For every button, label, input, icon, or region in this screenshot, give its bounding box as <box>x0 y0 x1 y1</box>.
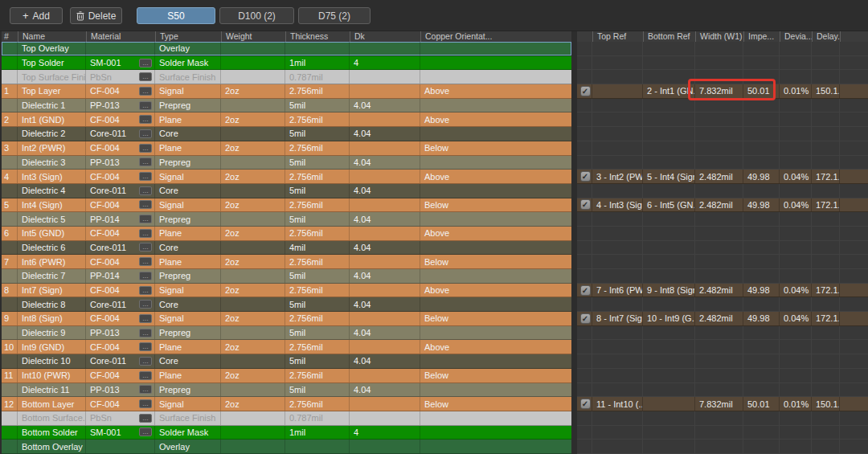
layer-name-cell: Top Overlay <box>18 42 86 55</box>
impedance-spacer-cell <box>840 141 868 155</box>
column-header-delay[interactable]: Delay... <box>812 31 840 42</box>
impedance-spacer-cell <box>840 284 868 297</box>
impedance-data-row[interactable]: ✓7 - Int6 (PWR)9 - Int8 (Sign)2.482mil49… <box>577 284 868 298</box>
table-row[interactable]: 6Int5 (GND)CF-004…Plane2oz2.756milAbove <box>2 227 571 241</box>
material-ellipsis-button[interactable]: … <box>139 144 152 153</box>
impedance-profile-tab-d75[interactable]: D75 (2) <box>298 7 371 24</box>
layer-number-cell <box>2 184 18 198</box>
material-ellipsis-button[interactable]: … <box>139 72 152 81</box>
material-ellipsis-button[interactable]: … <box>139 101 152 110</box>
tab-label: D100 (2) <box>238 10 276 22</box>
checkbox-checked-icon[interactable]: ✓ <box>580 171 591 182</box>
table-row[interactable]: Bottom SolderSM-001…Solder Mask1mil4 <box>2 426 571 440</box>
table-row[interactable]: Dielectric 11PP-013…Prepreg5mil4.04 <box>2 383 571 398</box>
impedance-spacer-cell <box>840 383 868 397</box>
material-ellipsis-button[interactable]: … <box>139 357 152 366</box>
impedance-profile-tab-d100[interactable]: D100 (2) <box>219 7 294 24</box>
column-header-name[interactable]: Name <box>18 31 86 42</box>
table-row[interactable]: 9Int8 (Sign)CF-004…Signal2oz2.756milBelo… <box>2 312 571 326</box>
impedance-data-row[interactable]: ✓8 - Int7 (Sign)10 - Int9 (G...2.482mil4… <box>577 312 868 326</box>
material-ellipsis-button[interactable]: … <box>139 300 152 309</box>
impedance-profile-tab-s50[interactable]: S50 <box>137 7 215 24</box>
table-row[interactable]: 3Int2 (PWR)CF-004…Plane2oz2.756milBelow <box>2 141 571 156</box>
material-ellipsis-button[interactable]: … <box>139 371 152 380</box>
table-row[interactable]: 8Int7 (Sign)CF-004…Signal2oz2.756milAbov… <box>2 284 571 298</box>
table-row[interactable]: Dielectric 7PP-014…Prepreg5mil4.04 <box>2 269 571 284</box>
material-ellipsis-button[interactable]: … <box>139 229 152 238</box>
table-row[interactable]: Dielectric 10Core-011…Core5mil4.04 <box>2 354 571 369</box>
column-header-deviation[interactable]: Devia... <box>780 31 812 42</box>
table-row[interactable]: 11Int10 (PWR)CF-004…Plane2oz2.756milBelo… <box>2 369 571 383</box>
impedance-data-row[interactable]: ✓4 - Int3 (Sign)6 - Int5 (GN...2.482mil4… <box>577 198 868 213</box>
add-button[interactable]: + Add <box>10 7 63 24</box>
checkbox-checked-icon[interactable]: ✓ <box>580 399 591 409</box>
material-ellipsis-button[interactable]: … <box>139 385 152 394</box>
table-row[interactable]: Top OverlayOverlay <box>2 42 571 56</box>
table-row[interactable]: Dielectric 2Core-011…Core5mil4.04 <box>2 127 571 141</box>
column-header-weight[interactable]: Weight <box>221 31 285 42</box>
material-ellipsis-button[interactable]: … <box>139 157 152 166</box>
column-header-material[interactable]: Material <box>86 31 155 42</box>
impedance-value-cell <box>743 99 780 112</box>
column-header-impedance[interactable]: Impe... <box>743 31 780 42</box>
material-ellipsis-button[interactable]: … <box>139 286 152 295</box>
material-ellipsis-button[interactable]: … <box>139 200 152 209</box>
material-ellipsis-button[interactable]: … <box>139 257 152 266</box>
table-row[interactable]: Dielectric 3PP-013…Prepreg5mil4.04 <box>2 156 571 170</box>
material-ellipsis-button[interactable]: … <box>139 342 152 351</box>
layer-name-cell: Bottom Surface... <box>18 411 86 425</box>
table-row[interactable]: 4Int3 (Sign)CF-004…Signal2oz2.756milAbov… <box>2 170 571 184</box>
material-ellipsis-button[interactable]: … <box>139 427 152 436</box>
material-ellipsis-button[interactable]: … <box>139 59 152 67</box>
table-row[interactable]: 1Top LayerCF-004…Signal2oz2.756milAbove <box>2 84 571 99</box>
checkbox-checked-icon[interactable]: ✓ <box>580 285 591 296</box>
table-row[interactable]: Dielectric 6Core-011…Core4mil4.04 <box>2 241 571 256</box>
layer-type-cell: Surface Finish <box>155 411 221 425</box>
table-row[interactable]: 2Int1 (GND)CF-004…Plane2oz2.756milAbove <box>2 112 571 127</box>
impedance-data-row[interactable]: ✓11 - Int10 (...7.832mil50.010.01%150.1.… <box>577 397 868 411</box>
table-row[interactable]: Dielectric 9PP-013…Prepreg5mil4.04 <box>2 326 571 341</box>
table-row[interactable]: 7Int6 (PWR)CF-004…Plane2oz2.756milBelow <box>2 255 571 269</box>
material-ellipsis-button[interactable]: … <box>139 186 152 195</box>
delete-button[interactable]: Delete <box>70 7 122 24</box>
checkbox-checked-icon[interactable]: ✓ <box>580 313 591 324</box>
material-ellipsis-button[interactable]: … <box>139 399 152 408</box>
material-ellipsis-button[interactable]: … <box>139 314 152 323</box>
impedance-data-row[interactable]: ✓3 - Int2 (PWR)5 - Int4 (Sign)2.482mil49… <box>577 170 868 184</box>
table-row[interactable]: Dielectric 1PP-013…Prepreg5mil4.04 <box>2 99 571 113</box>
table-row[interactable]: Bottom OverlayOverlay <box>2 440 571 454</box>
material-ellipsis-button[interactable]: … <box>139 172 152 181</box>
material-ellipsis-button[interactable]: … <box>139 129 152 138</box>
impedance-data-row[interactable]: ✓2 - Int1 (GN..7.832mil50.010.01%150.1..… <box>577 84 868 99</box>
material-ellipsis-button[interactable]: … <box>139 243 152 252</box>
layer-dk-cell: 4.04 <box>350 212 420 226</box>
impedance-empty-row <box>577 56 868 71</box>
table-row[interactable]: Top SolderSM-001…Solder Mask1mil4 <box>2 56 571 71</box>
layer-thickness-cell: 5mil <box>285 127 350 141</box>
column-header-width-w1[interactable]: Width (W1) <box>695 31 743 42</box>
table-row[interactable]: Dielectric 5PP-014…Prepreg5mil4.04 <box>2 212 571 227</box>
column-header-top-ref[interactable]: Top Ref <box>592 31 643 42</box>
material-ellipsis-button[interactable]: … <box>139 272 152 280</box>
table-row[interactable]: 5Int4 (Sign)CF-004…Signal2oz2.756milBelo… <box>2 198 571 213</box>
material-ellipsis-button[interactable]: … <box>139 215 152 223</box>
table-row[interactable]: 10Int9 (GND)CF-004…Plane2oz2.756milAbove <box>2 340 571 354</box>
material-ellipsis-button[interactable]: … <box>139 115 152 124</box>
column-header-number[interactable]: # <box>2 31 18 42</box>
material-ellipsis-button[interactable]: … <box>139 329 152 337</box>
column-header-type[interactable]: Type <box>155 31 221 42</box>
column-header-bottom-ref[interactable]: Bottom Ref <box>643 31 695 42</box>
column-header-thickness[interactable]: Thickness <box>285 31 350 42</box>
checkbox-checked-icon[interactable]: ✓ <box>580 86 591 96</box>
column-header-dk[interactable]: Dk <box>350 31 420 42</box>
table-row[interactable]: Top Surface FinishPbSn…Surface Finish0.7… <box>2 70 571 84</box>
layer-dk-cell <box>350 312 420 325</box>
table-row[interactable]: Dielectric 4Core-011…Core5mil4.04 <box>2 184 571 198</box>
material-ellipsis-button[interactable]: … <box>139 414 152 423</box>
checkbox-checked-icon[interactable]: ✓ <box>580 199 591 210</box>
column-header-copper-orientation[interactable]: Copper Orientat... <box>420 31 571 42</box>
table-row[interactable]: 12Bottom LayerCF-004…Signal2oz2.756milBe… <box>2 397 571 411</box>
material-ellipsis-button[interactable]: … <box>139 87 152 96</box>
table-row[interactable]: Bottom Surface...PbSn…Surface Finish0.78… <box>2 411 571 426</box>
table-row[interactable]: Dielectric 8Core-011…Core5mil4.04 <box>2 297 571 312</box>
